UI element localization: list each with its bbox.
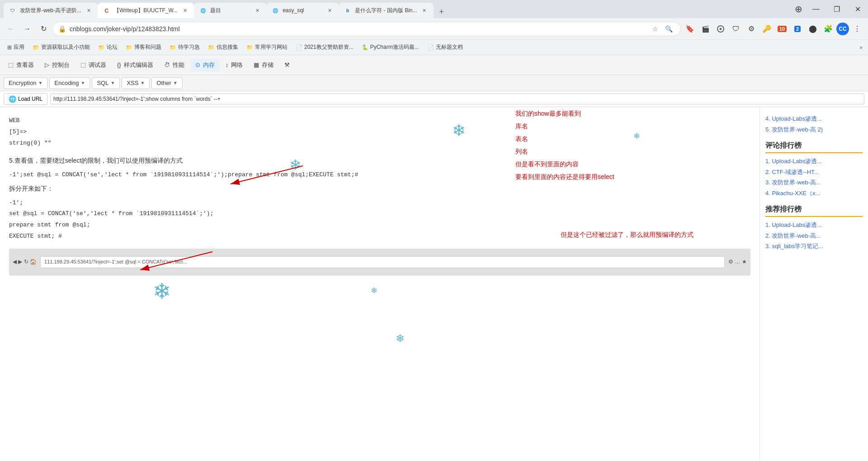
- tab-2-favicon: C: [103, 7, 110, 14]
- maximize-button[interactable]: ❐: [826, 2, 847, 16]
- folder-icon-2: 📁: [98, 44, 105, 51]
- comment-rank-4[interactable]: 4. Pikachu-XXE（x...: [765, 189, 863, 198]
- devtools-more[interactable]: ⚒: [280, 59, 294, 71]
- pre-web-line: WEB: [9, 116, 750, 126]
- extension-icon-9[interactable]: 🧩: [821, 22, 835, 36]
- bookmark-doc1[interactable]: 📄 2021教父赞助群资...: [292, 42, 357, 53]
- hackbar-toolbar: Encryption ▼ Encoding ▼ SQL ▼ XSS ▼: [0, 75, 868, 91]
- minimize-button[interactable]: —: [806, 2, 826, 16]
- sql-part1: -1';: [9, 198, 750, 208]
- tab-bar: 🛡 攻防世界-web-高手进阶... ✕ C 【Writeup】BUUCTF_W…: [0, 0, 868, 18]
- extension-icon-5[interactable]: 🔑: [760, 22, 774, 36]
- folder-icon-1: 📁: [33, 44, 39, 51]
- other-dropdown-icon: ▼: [173, 80, 178, 85]
- tab-4-close[interactable]: ✕: [326, 7, 333, 14]
- hackbar-sql-button[interactable]: SQL ▼: [92, 77, 120, 89]
- bookmark-untitled[interactable]: 📄 无标题文档: [424, 42, 467, 53]
- bookmarks-more[interactable]: »: [858, 42, 864, 52]
- tab-3-close[interactable]: ✕: [254, 7, 261, 14]
- bookmark-pending[interactable]: 📁 待学习急: [166, 42, 203, 53]
- bookmark-forum-label: 论坛: [107, 43, 118, 51]
- more-tools-icon: ⚒: [284, 61, 290, 68]
- tab-1-favicon: 🛡: [9, 7, 16, 14]
- extension-icon-2[interactable]: [713, 22, 728, 36]
- hackbar-other-button[interactable]: Other ▼: [151, 77, 182, 89]
- devtools-memory[interactable]: ⊙ 内存: [191, 59, 219, 71]
- devtools-console[interactable]: ▷ 控制台: [40, 59, 74, 71]
- profile-avatar[interactable]: CC: [836, 23, 849, 35]
- comment-rank-3[interactable]: 3. 攻防世界-web-高...: [765, 178, 863, 187]
- devtools-storage[interactable]: ▦ 存储: [249, 59, 278, 71]
- star-button[interactable]: ☆: [649, 23, 661, 35]
- tab-1[interactable]: 🛡 攻防世界-web-高手进阶... ✕: [4, 3, 98, 18]
- tab-5-close[interactable]: ✕: [421, 7, 428, 14]
- snowflake-4: ❄: [371, 283, 377, 298]
- article-body: WEB [5]=> string(0) "" 5.查看值，需要绕过select的…: [0, 107, 760, 461]
- tab-5[interactable]: b 是什么字符 - 国内版 Bin... ✕: [339, 3, 433, 18]
- tab-1-close[interactable]: ✕: [85, 7, 92, 14]
- recommended-ranking-section: 推荐排行榜 1. Upload-Labs渗透... 2. 攻防世界-web-高.…: [765, 205, 863, 251]
- hackbar-url-row: 🌐 Load URL: [0, 91, 868, 107]
- new-tab-button[interactable]: +: [435, 5, 448, 18]
- tab-2[interactable]: C 【Writeup】BUUCTF_W... ✕: [98, 3, 194, 18]
- bookmark-manager-icon[interactable]: 🔖: [683, 22, 697, 36]
- bookmark-learning[interactable]: 📁 常用学习网站: [243, 42, 291, 53]
- devtools-performance[interactable]: ⏱ 性能: [160, 59, 189, 71]
- devtools-network[interactable]: ↕ 网络: [221, 59, 248, 71]
- tab-5-title: 是什么字符 - 国内版 Bin...: [355, 7, 417, 14]
- memory-icon: ⊙: [195, 61, 200, 68]
- tab-3[interactable]: 🌐 题目 ✕: [194, 3, 266, 18]
- hackbar-encoding-button[interactable]: Encoding ▼: [49, 77, 90, 89]
- tab-4[interactable]: 🌐 easy_sql ✕: [266, 3, 339, 18]
- close-button[interactable]: ✕: [847, 2, 868, 16]
- snowflake-3: ❄: [153, 272, 171, 311]
- toolbar-actions: 🔖 🎬 🛡 ⚙ 🔑 10 2 ⬤ 🧩 CC ⋮: [683, 22, 864, 36]
- hackbar-encryption-button[interactable]: Encryption ▼: [4, 77, 47, 89]
- extension-icon-7[interactable]: 2: [790, 22, 805, 36]
- comment-rank-1[interactable]: 1. Upload-Labs渗透...: [765, 157, 863, 166]
- address-bar[interactable]: 🔒 cnblogs.com/joker-vip/p/12483823.html …: [52, 22, 681, 36]
- profile-icon[interactable]: ⊕: [791, 2, 806, 16]
- doc-icon-1: 📄: [296, 44, 302, 51]
- annotation-line4: 列名: [515, 145, 633, 158]
- recommend-rank-3[interactable]: 3. sqli_labs学习笔记...: [765, 242, 863, 251]
- bookmark-resources[interactable]: 📁 资源获取以及小功能: [29, 42, 94, 53]
- reload-button[interactable]: ↻: [36, 22, 51, 36]
- extension-icon-1[interactable]: 🎬: [698, 22, 712, 36]
- tab-3-favicon: 🌐: [199, 7, 207, 14]
- sidebar-nav-item-5[interactable]: 5. 攻防世界-web-高 2): [765, 125, 863, 134]
- hackbar-url-input[interactable]: [50, 94, 864, 104]
- bookmark-blog[interactable]: 📁 博客和问题: [122, 42, 165, 53]
- xss-dropdown-icon: ▼: [140, 80, 145, 85]
- main-area: ⬚ 查看器 ▷ 控制台 ⬚ 调试器 {} 样式编辑器 ⏱ 性能: [0, 55, 868, 461]
- apps-icon: ⊞: [7, 44, 12, 51]
- extension-icon-8[interactable]: ⬤: [806, 22, 820, 36]
- tab-2-close[interactable]: ✕: [181, 7, 189, 14]
- extension-icon-6[interactable]: 10: [775, 22, 789, 36]
- sidebar-nav-item-4[interactable]: 4. Upload-Labs渗透...: [765, 114, 863, 123]
- extension-icon-3[interactable]: 🛡: [729, 22, 743, 36]
- load-url-button[interactable]: 🌐 Load URL: [4, 93, 47, 105]
- bookmark-info[interactable]: 📁 信息搜集: [204, 42, 242, 53]
- recommend-rank-2[interactable]: 2. 攻防世界-web-高...: [765, 231, 863, 240]
- recommend-rank-1[interactable]: 1. Upload-Labs渗透...: [765, 221, 863, 230]
- extension-icon-4[interactable]: ⚙: [744, 22, 759, 36]
- tab-2-title: 【Writeup】BUUCTF_W...: [114, 7, 178, 14]
- comment-rank-2[interactable]: 2. CTF-域渗透--HT...: [765, 168, 863, 177]
- browser-screenshot-thumb: ◀ ▶ ↻ 🏠 111.198.29.45:53641/?inject=-1';…: [9, 249, 750, 276]
- search-button[interactable]: 🔍: [662, 23, 675, 35]
- back-button[interactable]: ←: [4, 22, 18, 36]
- devtools-debugger[interactable]: ⬚ 调试器: [76, 59, 111, 71]
- folder-icon-4: 📁: [170, 44, 176, 51]
- sql-command-text: -1';set @sql = CONCAT('se','lect * from …: [9, 170, 750, 180]
- menu-button[interactable]: ⋮: [850, 22, 864, 36]
- bookmark-pycharm[interactable]: 🐍 PyCharm激活码最...: [358, 42, 423, 53]
- devtools-inspector[interactable]: ⬚ 查看器: [4, 59, 38, 71]
- forward-button[interactable]: →: [20, 22, 34, 36]
- bookmark-apps[interactable]: ⊞ 应用: [4, 42, 28, 53]
- hackbar-xss-button[interactable]: XSS ▼: [122, 77, 150, 89]
- bookmark-forum[interactable]: 📁 论坛: [94, 42, 121, 53]
- storage-icon: ▦: [254, 61, 259, 68]
- bookmark-learning-label: 常用学习网站: [255, 43, 288, 51]
- devtools-style[interactable]: {} 样式编辑器: [113, 59, 158, 71]
